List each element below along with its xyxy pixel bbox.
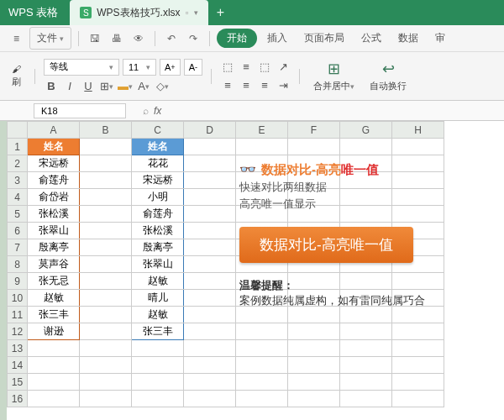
menu-start[interactable]: 开始 bbox=[217, 29, 257, 48]
cell[interactable] bbox=[392, 391, 444, 407]
cell[interactable]: 张松溪 bbox=[28, 206, 80, 223]
hamburger-menu[interactable]: ≡ bbox=[7, 29, 26, 48]
cell[interactable] bbox=[184, 189, 236, 206]
cell[interactable]: 俞岱岩 bbox=[28, 189, 80, 206]
row-header[interactable]: 13 bbox=[8, 340, 28, 357]
cell[interactable] bbox=[28, 357, 80, 374]
cell[interactable] bbox=[392, 307, 444, 323]
menu-formula[interactable]: 公式 bbox=[354, 28, 388, 49]
cell[interactable] bbox=[184, 223, 236, 239]
print-icon[interactable]: 🖶 bbox=[108, 29, 126, 48]
row-header[interactable]: 10 bbox=[8, 290, 28, 307]
cell[interactable] bbox=[184, 256, 236, 273]
cell[interactable] bbox=[132, 391, 184, 407]
cell[interactable] bbox=[392, 340, 444, 357]
italic-button[interactable]: I bbox=[62, 79, 77, 94]
font-increase[interactable]: A+ bbox=[160, 59, 181, 76]
cell[interactable]: 张无忌 bbox=[28, 273, 80, 290]
cell[interactable] bbox=[392, 139, 444, 155]
cell[interactable] bbox=[184, 172, 236, 189]
cell[interactable] bbox=[80, 357, 132, 374]
cell[interactable]: 俞莲舟 bbox=[132, 206, 184, 223]
cell[interactable] bbox=[28, 391, 80, 407]
chevron-down-icon[interactable]: ▾ bbox=[194, 8, 198, 17]
cell[interactable] bbox=[392, 357, 444, 374]
cell[interactable] bbox=[80, 239, 132, 256]
row-header[interactable]: 9 bbox=[8, 273, 28, 290]
border-button[interactable]: ⊞▾ bbox=[99, 79, 114, 94]
cell[interactable] bbox=[340, 139, 392, 155]
cell[interactable]: 宋远桥 bbox=[28, 155, 80, 172]
cell[interactable] bbox=[236, 357, 288, 374]
cell[interactable] bbox=[184, 155, 236, 172]
row-header[interactable]: 15 bbox=[8, 374, 28, 391]
preview-icon[interactable]: 👁 bbox=[129, 29, 148, 48]
cell[interactable] bbox=[340, 357, 392, 374]
search-icon[interactable]: ⌕ bbox=[143, 105, 149, 117]
col-header[interactable]: C bbox=[132, 122, 184, 139]
align-top[interactable]: ⬚ bbox=[220, 60, 235, 75]
fill-color-button[interactable]: ▬▾ bbox=[118, 79, 133, 94]
cell[interactable] bbox=[288, 307, 340, 323]
merge-center[interactable]: ⊞ 合并居中▾ bbox=[308, 58, 360, 94]
document-tab[interactable]: S WPS表格技巧.xlsx ▫ ▾ bbox=[70, 0, 208, 25]
clear-format-button[interactable]: ◇▾ bbox=[155, 79, 170, 94]
cell[interactable]: 莫声谷 bbox=[28, 256, 80, 273]
cell[interactable] bbox=[132, 357, 184, 374]
cell[interactable] bbox=[184, 340, 236, 357]
col-header[interactable]: D bbox=[184, 122, 236, 139]
cell[interactable] bbox=[184, 290, 236, 307]
cell[interactable] bbox=[184, 374, 236, 391]
cell[interactable] bbox=[392, 374, 444, 391]
col-header[interactable]: F bbox=[288, 122, 340, 139]
row-header[interactable]: 16 bbox=[8, 391, 28, 407]
cell[interactable] bbox=[340, 323, 392, 340]
cell[interactable] bbox=[132, 374, 184, 391]
cell[interactable] bbox=[288, 374, 340, 391]
cell[interactable] bbox=[236, 340, 288, 357]
cell[interactable]: 花花 bbox=[132, 155, 184, 172]
row-header[interactable]: 7 bbox=[8, 239, 28, 256]
cell[interactable] bbox=[80, 290, 132, 307]
cell[interactable]: 宋远桥 bbox=[132, 172, 184, 189]
row-header[interactable]: 14 bbox=[8, 357, 28, 374]
cell[interactable] bbox=[80, 206, 132, 223]
cell[interactable]: 赵敏 bbox=[132, 307, 184, 323]
cell[interactable]: 小明 bbox=[132, 189, 184, 206]
cell[interactable] bbox=[80, 189, 132, 206]
font-decrease[interactable]: A- bbox=[184, 59, 202, 76]
save-icon[interactable]: 🖫 bbox=[86, 29, 104, 48]
align-bottom[interactable]: ⬚ bbox=[257, 60, 272, 75]
cell[interactable]: 张三丰 bbox=[28, 307, 80, 323]
cell[interactable]: 姓名 bbox=[132, 139, 184, 155]
cell[interactable] bbox=[28, 340, 80, 357]
cell[interactable] bbox=[288, 323, 340, 340]
row-header[interactable]: 6 bbox=[8, 223, 28, 239]
cell[interactable] bbox=[236, 374, 288, 391]
cell[interactable] bbox=[340, 340, 392, 357]
cell[interactable]: 张三丰 bbox=[132, 323, 184, 340]
cell[interactable] bbox=[288, 340, 340, 357]
cell[interactable] bbox=[236, 307, 288, 323]
align-right[interactable]: ≡ bbox=[257, 78, 272, 93]
menu-insert[interactable]: 插入 bbox=[260, 28, 294, 49]
cell[interactable] bbox=[28, 374, 80, 391]
cell[interactable] bbox=[236, 323, 288, 340]
cell-reference-input[interactable] bbox=[34, 103, 126, 118]
cell[interactable]: 俞莲舟 bbox=[28, 172, 80, 189]
cell[interactable]: 赵敏 bbox=[28, 290, 80, 307]
row-header[interactable]: 5 bbox=[8, 206, 28, 223]
cell[interactable] bbox=[184, 139, 236, 155]
cell[interactable] bbox=[80, 374, 132, 391]
cell[interactable] bbox=[340, 391, 392, 407]
align-left[interactable]: ≡ bbox=[220, 78, 235, 93]
cell[interactable] bbox=[184, 239, 236, 256]
cell[interactable] bbox=[184, 357, 236, 374]
select-all-corner[interactable] bbox=[8, 122, 28, 139]
indent[interactable]: ⇥ bbox=[276, 78, 291, 93]
cell[interactable] bbox=[80, 340, 132, 357]
cell[interactable]: 殷离亭 bbox=[132, 239, 184, 256]
cell[interactable] bbox=[340, 374, 392, 391]
cell[interactable] bbox=[288, 391, 340, 407]
underline-button[interactable]: U bbox=[81, 79, 96, 94]
